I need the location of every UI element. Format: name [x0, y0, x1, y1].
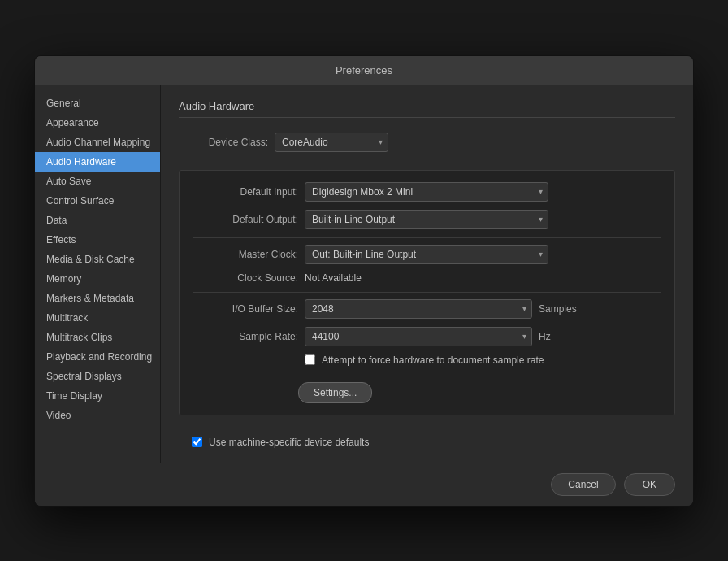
- sidebar-item-general[interactable]: General: [35, 94, 160, 113]
- master-clock-label: Master Clock:: [193, 249, 298, 260]
- io-buffer-label: I/O Buffer Size:: [193, 303, 298, 315]
- main-panel: Audio Hardware Device Class: CoreAudioAS…: [161, 85, 693, 463]
- sidebar-item-spectral-displays[interactable]: Spectral Displays: [35, 367, 160, 386]
- io-buffer-unit: Samples: [539, 303, 577, 315]
- dialog-content: GeneralAppearanceAudio Channel MappingAu…: [35, 85, 693, 463]
- sample-rate-select-wrapper: 44100480008820096000: [305, 327, 532, 346]
- clock-source-value: Not Available: [305, 272, 362, 284]
- master-clock-select[interactable]: Out: Built-in Line OutputInternal: [305, 245, 548, 264]
- sidebar-item-markers-metadata[interactable]: Markers & Metadata: [35, 289, 160, 308]
- sidebar-item-time-display[interactable]: Time Display: [35, 386, 160, 406]
- title-bar: Preferences: [35, 56, 693, 85]
- default-input-row: Default Input: Digidesign Mbox 2 MiniBui…: [193, 182, 661, 202]
- sidebar-item-auto-save[interactable]: Auto Save: [35, 172, 160, 191]
- sidebar-item-effects[interactable]: Effects: [35, 230, 160, 250]
- master-clock-row: Master Clock: Out: Built-in Line OutputI…: [193, 245, 661, 264]
- sidebar-item-audio-channel-mapping[interactable]: Audio Channel Mapping: [35, 133, 160, 152]
- divider-1: [193, 237, 661, 238]
- sidebar-item-media-disk-cache[interactable]: Media & Disk Cache: [35, 250, 160, 269]
- sample-rate-row: Sample Rate: 44100480008820096000 Hz: [193, 327, 661, 346]
- sidebar-item-data[interactable]: Data: [35, 211, 160, 230]
- default-output-row: Default Output: Built-in Line OutputDigi…: [193, 210, 661, 229]
- device-class-label: Device Class:: [179, 137, 268, 148]
- sidebar-item-memory[interactable]: Memory: [35, 269, 160, 289]
- sidebar: GeneralAppearanceAudio Channel MappingAu…: [35, 85, 161, 463]
- default-output-select[interactable]: Built-in Line OutputDigidesign Mbox 2 Mi…: [305, 210, 548, 229]
- sample-rate-unit: Hz: [539, 331, 551, 342]
- sidebar-item-appearance[interactable]: Appearance: [35, 113, 160, 133]
- divider-2: [193, 292, 661, 293]
- clock-source-row: Clock Source: Not Available: [193, 272, 661, 284]
- settings-button-container: Settings...: [193, 376, 661, 403]
- dialog-title: Preferences: [336, 64, 392, 76]
- sidebar-item-audio-hardware[interactable]: Audio Hardware: [35, 152, 160, 172]
- preferences-dialog: Preferences GeneralAppearanceAudio Chann…: [34, 55, 694, 507]
- device-class-select[interactable]: CoreAudioASIOMME: [275, 133, 388, 152]
- machine-defaults-checkbox[interactable]: [192, 437, 202, 447]
- sidebar-item-control-surface[interactable]: Control Surface: [35, 191, 160, 211]
- io-buffer-row: I/O Buffer Size: 128256512102420484096 S…: [193, 299, 661, 319]
- cancel-button[interactable]: Cancel: [551, 473, 615, 496]
- settings-card: Default Input: Digidesign Mbox 2 MiniBui…: [179, 170, 675, 415]
- device-class-row: Device Class: CoreAudioASIOMME: [179, 133, 675, 152]
- device-class-select-wrapper: CoreAudioASIOMME: [275, 133, 388, 152]
- sidebar-item-video[interactable]: Video: [35, 406, 160, 425]
- section-title: Audio Hardware: [179, 100, 675, 118]
- machine-defaults-label: Use machine-specific device defaults: [209, 437, 369, 448]
- ok-button[interactable]: OK: [624, 473, 675, 496]
- sidebar-item-playback-recording[interactable]: Playback and Recording: [35, 347, 160, 367]
- io-buffer-select[interactable]: 128256512102420484096: [305, 299, 532, 319]
- default-output-label: Default Output:: [193, 214, 298, 225]
- default-input-select-wrapper: Digidesign Mbox 2 MiniBuilt-in InputNone: [305, 182, 548, 202]
- sample-rate-label: Sample Rate:: [193, 331, 298, 342]
- force-sample-rate-checkbox[interactable]: [305, 354, 315, 365]
- bottom-bar: Cancel OK: [35, 463, 693, 506]
- clock-source-label: Clock Source:: [193, 272, 298, 284]
- force-sample-rate-row: Attempt to force hardware to document sa…: [193, 354, 661, 366]
- io-buffer-select-wrapper: 128256512102420484096: [305, 299, 532, 319]
- default-input-label: Default Input:: [193, 186, 298, 198]
- machine-defaults-row: Use machine-specific device defaults: [179, 425, 675, 448]
- sidebar-item-multitrack-clips[interactable]: Multitrack Clips: [35, 328, 160, 347]
- force-sample-rate-label: Attempt to force hardware to document sa…: [322, 354, 544, 366]
- master-clock-select-wrapper: Out: Built-in Line OutputInternal: [305, 245, 548, 264]
- default-output-select-wrapper: Built-in Line OutputDigidesign Mbox 2 Mi…: [305, 210, 548, 229]
- settings-button[interactable]: Settings...: [298, 382, 372, 403]
- sample-rate-select[interactable]: 44100480008820096000: [305, 327, 532, 346]
- default-input-select[interactable]: Digidesign Mbox 2 MiniBuilt-in InputNone: [305, 182, 548, 202]
- sidebar-item-multitrack[interactable]: Multitrack: [35, 308, 160, 328]
